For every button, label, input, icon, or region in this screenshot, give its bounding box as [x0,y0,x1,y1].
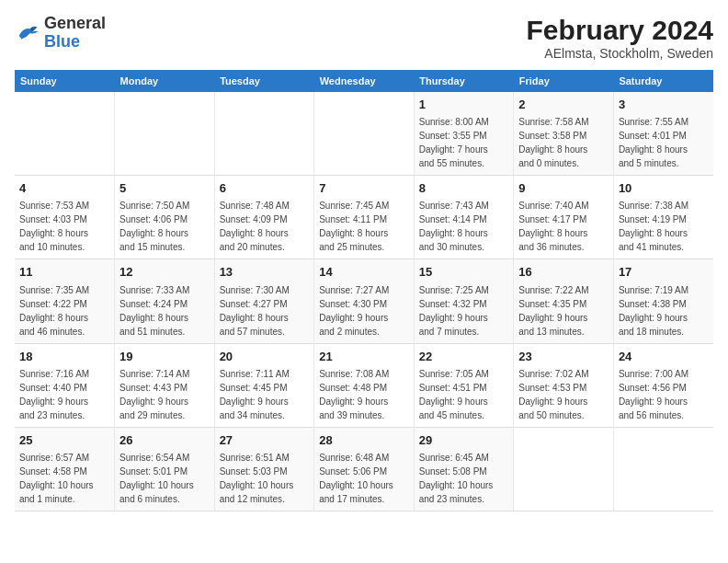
calendar-cell: 19Sunrise: 7:14 AM Sunset: 4:43 PM Dayli… [115,343,215,427]
day-number: 2 [518,97,609,113]
day-detail: Sunrise: 6:45 AM Sunset: 5:08 PM Dayligh… [419,453,494,504]
day-number: 28 [319,432,409,449]
calendar-cell: 18Sunrise: 7:16 AM Sunset: 4:40 PM Dayli… [15,343,115,427]
calendar-title: February 2024 [527,15,713,46]
calendar-cell: 1Sunrise: 8:00 AM Sunset: 3:55 PM Daylig… [414,92,514,176]
calendar-cell: 26Sunrise: 6:54 AM Sunset: 5:01 PM Dayli… [115,427,215,511]
day-detail: Sunrise: 7:02 AM Sunset: 4:53 PM Dayligh… [518,369,588,420]
day-detail: Sunrise: 6:51 AM Sunset: 5:03 PM Dayligh… [220,453,294,504]
day-detail: Sunrise: 7:55 AM Sunset: 4:01 PM Dayligh… [619,117,688,168]
calendar-cell: 7Sunrise: 7:45 AM Sunset: 4:11 PM Daylig… [314,176,415,259]
day-detail: Sunrise: 7:43 AM Sunset: 4:14 PM Dayligh… [419,201,489,252]
calendar-cell: 9Sunrise: 7:40 AM Sunset: 4:17 PM Daylig… [514,176,614,259]
calendar-cell: 28Sunrise: 6:48 AM Sunset: 5:06 PM Dayli… [314,427,415,511]
day-number: 18 [19,349,109,365]
day-number: 29 [419,432,509,449]
calendar-cell: 12Sunrise: 7:33 AM Sunset: 4:24 PM Dayli… [115,259,215,343]
day-detail: Sunrise: 7:53 AM Sunset: 4:03 PM Dayligh… [19,201,89,252]
day-detail: Sunrise: 7:25 AM Sunset: 4:32 PM Dayligh… [419,285,489,337]
calendar-cell: 6Sunrise: 7:48 AM Sunset: 4:09 PM Daylig… [214,176,314,259]
calendar-week-row: 4Sunrise: 7:53 AM Sunset: 4:03 PM Daylig… [15,176,713,259]
day-detail: Sunrise: 7:38 AM Sunset: 4:19 PM Dayligh… [619,201,688,252]
day-detail: Sunrise: 8:00 AM Sunset: 3:55 PM Dayligh… [419,117,489,168]
calendar-cell: 4Sunrise: 7:53 AM Sunset: 4:03 PM Daylig… [15,176,115,259]
day-detail: Sunrise: 6:54 AM Sunset: 5:01 PM Dayligh… [119,453,194,504]
calendar-cell: 8Sunrise: 7:43 AM Sunset: 4:14 PM Daylig… [414,176,514,259]
col-header-tuesday: Tuesday [214,70,314,92]
calendar-cell: 17Sunrise: 7:19 AM Sunset: 4:38 PM Dayli… [613,259,713,343]
day-detail: Sunrise: 7:45 AM Sunset: 4:11 PM Dayligh… [319,201,389,252]
day-detail: Sunrise: 6:57 AM Sunset: 4:58 PM Dayligh… [19,453,94,504]
day-number: 21 [319,349,409,365]
page-header: General Blue February 2024 AElmsta, Stoc… [15,15,713,61]
logo-text-blue: Blue [44,33,106,52]
day-number: 24 [619,349,709,365]
day-number: 15 [419,264,509,281]
logo-text-general: General [44,15,106,33]
calendar-week-row: 18Sunrise: 7:16 AM Sunset: 4:40 PM Dayli… [15,343,713,427]
calendar-title-block: February 2024 AElmsta, Stockholm, Sweden [527,15,713,61]
calendar-cell: 22Sunrise: 7:05 AM Sunset: 4:51 PM Dayli… [414,343,514,427]
calendar-cell: 10Sunrise: 7:38 AM Sunset: 4:19 PM Dayli… [613,176,713,259]
calendar-cell [514,427,614,511]
day-detail: Sunrise: 6:48 AM Sunset: 5:06 PM Dayligh… [319,453,393,504]
calendar-cell: 3Sunrise: 7:55 AM Sunset: 4:01 PM Daylig… [613,92,713,176]
day-number: 22 [419,349,509,365]
logo: General Blue [15,15,106,52]
col-header-saturday: Saturday [613,70,713,92]
calendar-cell: 24Sunrise: 7:00 AM Sunset: 4:56 PM Dayli… [613,343,713,427]
day-number: 12 [119,264,210,281]
day-number: 17 [619,264,709,281]
calendar-cell: 25Sunrise: 6:57 AM Sunset: 4:58 PM Dayli… [15,427,115,511]
calendar-cell: 21Sunrise: 7:08 AM Sunset: 4:48 PM Dayli… [314,343,415,427]
calendar-table: SundayMondayTuesdayWednesdayThursdayFrid… [15,70,713,511]
calendar-cell [214,92,314,176]
calendar-cell: 27Sunrise: 6:51 AM Sunset: 5:03 PM Dayli… [214,427,314,511]
day-number: 3 [619,97,709,113]
calendar-cell: 5Sunrise: 7:50 AM Sunset: 4:06 PM Daylig… [115,176,215,259]
calendar-cell: 2Sunrise: 7:58 AM Sunset: 3:58 PM Daylig… [514,92,614,176]
day-number: 19 [119,349,210,365]
calendar-cell: 13Sunrise: 7:30 AM Sunset: 4:27 PM Dayli… [214,259,314,343]
day-number: 7 [319,180,409,197]
col-header-wednesday: Wednesday [314,70,415,92]
day-number: 25 [19,432,109,449]
calendar-week-row: 25Sunrise: 6:57 AM Sunset: 4:58 PM Dayli… [15,427,713,511]
day-detail: Sunrise: 7:11 AM Sunset: 4:45 PM Dayligh… [220,369,290,420]
day-detail: Sunrise: 7:30 AM Sunset: 4:27 PM Dayligh… [220,285,290,337]
day-detail: Sunrise: 7:35 AM Sunset: 4:22 PM Dayligh… [19,285,89,337]
col-header-friday: Friday [514,70,614,92]
col-header-sunday: Sunday [15,70,115,92]
calendar-week-row: 1Sunrise: 8:00 AM Sunset: 3:55 PM Daylig… [15,92,713,176]
day-number: 26 [119,432,210,449]
col-header-thursday: Thursday [414,70,514,92]
calendar-week-row: 11Sunrise: 7:35 AM Sunset: 4:22 PM Dayli… [15,259,713,343]
day-detail: Sunrise: 7:14 AM Sunset: 4:43 PM Dayligh… [119,369,189,420]
calendar-cell [613,427,713,511]
day-detail: Sunrise: 7:27 AM Sunset: 4:30 PM Dayligh… [319,285,389,337]
calendar-cell: 23Sunrise: 7:02 AM Sunset: 4:53 PM Dayli… [514,343,614,427]
day-number: 11 [19,264,109,281]
calendar-subtitle: AElmsta, Stockholm, Sweden [527,46,713,61]
calendar-cell [115,92,215,176]
day-detail: Sunrise: 7:00 AM Sunset: 4:56 PM Dayligh… [619,369,688,420]
day-detail: Sunrise: 7:58 AM Sunset: 3:58 PM Dayligh… [518,117,588,168]
day-detail: Sunrise: 7:33 AM Sunset: 4:24 PM Dayligh… [119,285,189,337]
day-number: 6 [220,180,310,197]
day-number: 27 [220,432,310,449]
calendar-cell: 11Sunrise: 7:35 AM Sunset: 4:22 PM Dayli… [15,259,115,343]
day-number: 14 [319,264,409,281]
calendar-cell: 20Sunrise: 7:11 AM Sunset: 4:45 PM Dayli… [214,343,314,427]
col-header-monday: Monday [115,70,215,92]
day-number: 10 [619,180,709,197]
calendar-cell [15,92,115,176]
day-number: 16 [518,264,609,281]
calendar-cell: 14Sunrise: 7:27 AM Sunset: 4:30 PM Dayli… [314,259,415,343]
day-number: 8 [419,180,509,197]
day-number: 20 [220,349,310,365]
calendar-cell: 15Sunrise: 7:25 AM Sunset: 4:32 PM Dayli… [414,259,514,343]
day-number: 13 [220,264,310,281]
day-detail: Sunrise: 7:40 AM Sunset: 4:17 PM Dayligh… [518,201,588,252]
day-detail: Sunrise: 7:16 AM Sunset: 4:40 PM Dayligh… [19,369,89,420]
day-detail: Sunrise: 7:48 AM Sunset: 4:09 PM Dayligh… [220,201,290,252]
